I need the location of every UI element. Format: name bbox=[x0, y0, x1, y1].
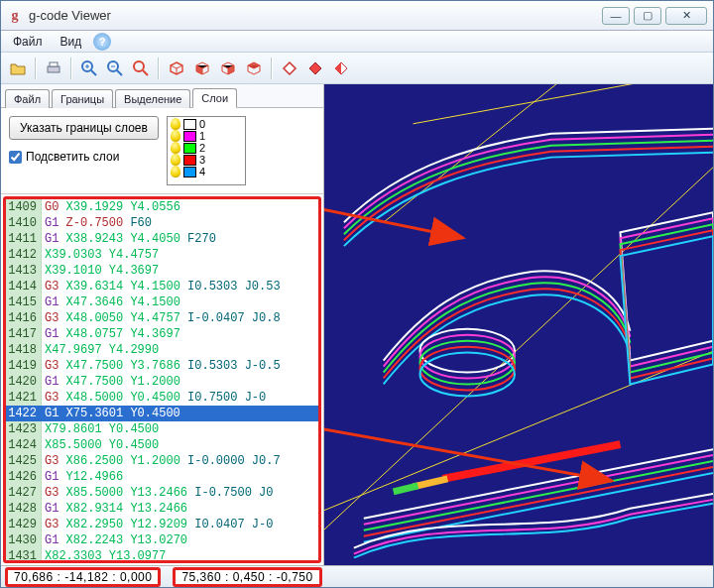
line-text: G3 X86.2500 Y1.2000 I-0.0000 J0.7 bbox=[42, 453, 281, 469]
gcode-line[interactable]: 1422G1 X75.3601 Y0.4500 bbox=[6, 406, 318, 421]
gcode-line[interactable]: 1418X47.9697 Y4.2990 bbox=[6, 342, 318, 358]
menu-help-icon[interactable]: ? bbox=[93, 33, 111, 51]
line-number: 1418 bbox=[6, 342, 42, 358]
layer-row[interactable]: 1 bbox=[169, 130, 244, 142]
gcode-line[interactable]: 1410G1 Z-0.7500 F60 bbox=[6, 215, 318, 231]
layer-row[interactable]: 3 bbox=[169, 154, 244, 166]
layer-row[interactable]: 0 bbox=[169, 118, 244, 130]
line-number: 1409 bbox=[6, 199, 42, 215]
bulb-icon bbox=[171, 166, 180, 177]
line-number: 1417 bbox=[6, 326, 42, 342]
tab-layers[interactable]: Слои bbox=[192, 88, 237, 108]
print-icon[interactable] bbox=[43, 58, 64, 79]
gcode-line[interactable]: 1426G1 Y12.4966 bbox=[6, 469, 318, 485]
gcode-line[interactable]: 1412X39.0303 Y4.4757 bbox=[6, 247, 318, 263]
gcode-line[interactable]: 1425G3 X86.2500 Y1.2000 I-0.0000 J0.7 bbox=[6, 453, 318, 469]
svg-line-21 bbox=[414, 479, 448, 487]
color-swatch bbox=[183, 155, 196, 166]
maximize-button[interactable]: ▢ bbox=[634, 7, 661, 25]
line-text: X79.8601 Y0.4500 bbox=[42, 421, 159, 437]
layer-index: 4 bbox=[199, 166, 205, 177]
gcode-line[interactable]: 1416G3 X48.0050 Y4.4757 I-0.0407 J0.8 bbox=[6, 310, 318, 326]
line-number: 1415 bbox=[6, 294, 42, 310]
view-front-icon[interactable] bbox=[191, 58, 213, 79]
gcode-line[interactable]: 1431X82.3303 Y13.0977 bbox=[6, 548, 318, 560]
svg-point-9 bbox=[134, 61, 144, 71]
line-number: 1416 bbox=[6, 310, 42, 326]
layer-panel: Указать границы слоев Подсветить слои 01… bbox=[1, 108, 323, 194]
color-swatch bbox=[183, 143, 196, 154]
color-swatch bbox=[183, 119, 196, 130]
line-number: 1429 bbox=[6, 517, 42, 532]
diamond-half-icon[interactable] bbox=[330, 58, 352, 79]
line-text: G3 X82.2950 Y12.9209 I0.0407 J-0 bbox=[42, 517, 273, 532]
close-button[interactable]: ✕ bbox=[665, 7, 707, 25]
layer-row[interactable]: 4 bbox=[169, 166, 244, 177]
gcode-line[interactable]: 1411G1 X38.9243 Y4.4050 F270 bbox=[6, 231, 318, 247]
status-coords-selected: 75,360 : 0,450 : -0,750 bbox=[173, 567, 321, 587]
separator bbox=[70, 58, 72, 79]
separator bbox=[271, 58, 273, 79]
view-side-icon[interactable] bbox=[217, 58, 239, 79]
open-icon[interactable] bbox=[7, 58, 29, 79]
menu-view[interactable]: Вид bbox=[53, 33, 90, 51]
tab-file[interactable]: Файл bbox=[5, 89, 50, 108]
menu-file[interactable]: Файл bbox=[5, 33, 51, 51]
menubar: Файл Вид ? bbox=[1, 31, 713, 53]
minimize-button[interactable]: — bbox=[602, 7, 630, 25]
gcode-line[interactable]: 1415G1 X47.3646 Y4.1500 bbox=[6, 294, 318, 310]
diamond-white-icon[interactable] bbox=[279, 58, 300, 79]
gcode-line[interactable]: 1417G1 X48.0757 Y4.3697 bbox=[6, 326, 318, 342]
gcode-line[interactable]: 1409G0 X39.1929 Y4.0556 bbox=[6, 199, 318, 215]
line-number: 1422 bbox=[6, 406, 42, 421]
line-number: 1424 bbox=[6, 437, 42, 453]
line-number: 1425 bbox=[6, 453, 42, 469]
line-text: G3 X48.0050 Y4.4757 I-0.0407 J0.8 bbox=[42, 310, 281, 326]
line-text: G1 X48.0757 Y4.3697 bbox=[42, 326, 180, 342]
line-number: 1431 bbox=[6, 548, 42, 560]
highlight-layers-input[interactable] bbox=[9, 151, 22, 164]
gcode-line[interactable]: 1414G3 X39.6314 Y4.1500 I0.5303 J0.53 bbox=[6, 279, 318, 294]
bulb-icon bbox=[171, 142, 180, 154]
gcode-line[interactable]: 1419G3 X47.7500 Y3.7686 I0.5303 J-0.5 bbox=[6, 358, 318, 374]
gcode-listing[interactable]: 1409G0 X39.1929 Y4.05561410G1 Z-0.7500 F… bbox=[6, 199, 318, 560]
left-pane: Файл Границы Выделение Слои Указать гран… bbox=[1, 84, 324, 565]
view-top-icon[interactable] bbox=[243, 58, 265, 79]
tab-selection[interactable]: Выделение bbox=[115, 89, 190, 108]
zoom-out-icon[interactable] bbox=[104, 58, 126, 79]
gcode-line[interactable]: 1427G3 X85.5000 Y13.2466 I-0.7500 J0 bbox=[6, 485, 318, 501]
line-text: G1 X38.9243 Y4.4050 F270 bbox=[42, 231, 216, 247]
color-swatch bbox=[183, 131, 196, 142]
gcode-line[interactable]: 1420G1 X47.7500 Y1.2000 bbox=[6, 374, 318, 390]
gcode-line[interactable]: 1423X79.8601 Y0.4500 bbox=[6, 421, 318, 437]
bulb-icon bbox=[171, 118, 180, 130]
line-text: X39.1010 Y4.3697 bbox=[42, 263, 159, 279]
gcode-line[interactable]: 1429G3 X82.2950 Y12.9209 I0.0407 J-0 bbox=[6, 517, 318, 532]
line-number: 1413 bbox=[6, 263, 42, 279]
bulb-icon bbox=[171, 130, 180, 142]
zoom-in-icon[interactable] bbox=[78, 58, 100, 79]
gcode-line[interactable]: 1413X39.1010 Y4.3697 bbox=[6, 263, 318, 279]
zoom-window-icon[interactable] bbox=[130, 58, 152, 79]
gcode-line[interactable]: 1421G3 X48.5000 Y0.4500 I0.7500 J-0 bbox=[6, 390, 318, 406]
gcode-line[interactable]: 1428G1 X82.9314 Y13.2466 bbox=[6, 501, 318, 517]
svg-line-13 bbox=[414, 84, 713, 124]
gcode-line[interactable]: 1430G1 X82.2243 Y13.0270 bbox=[6, 532, 318, 548]
tab-bounds[interactable]: Границы bbox=[52, 89, 113, 108]
bulb-icon bbox=[171, 154, 180, 166]
layer-list[interactable]: 01234 bbox=[167, 116, 246, 185]
view-iso-icon[interactable] bbox=[166, 58, 187, 79]
layer-row[interactable]: 2 bbox=[169, 142, 244, 154]
viewport-3d[interactable] bbox=[324, 84, 713, 565]
highlight-layers-checkbox[interactable]: Подсветить слои bbox=[9, 150, 159, 164]
line-number: 1411 bbox=[6, 231, 42, 247]
window-title: g-code Viewer bbox=[29, 8, 602, 23]
set-layer-bounds-button[interactable]: Указать границы слоев bbox=[9, 116, 159, 140]
tabbar: Файл Границы Выделение Слои bbox=[1, 84, 323, 108]
line-number: 1430 bbox=[6, 532, 42, 548]
line-text: G1 X75.3601 Y0.4500 bbox=[42, 406, 180, 421]
gcode-line[interactable]: 1424X85.5000 Y0.4500 bbox=[6, 437, 318, 453]
line-number: 1414 bbox=[6, 279, 42, 294]
diamond-red-icon[interactable] bbox=[304, 58, 326, 79]
app-window: g g-code Viewer — ▢ ✕ Файл Вид ? Фа bbox=[0, 0, 714, 588]
